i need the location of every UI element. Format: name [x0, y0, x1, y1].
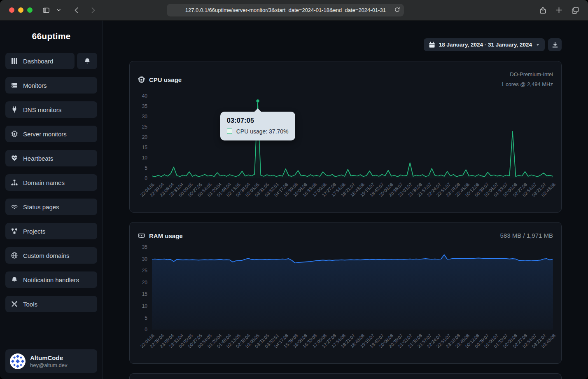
- plug-icon: [11, 106, 18, 113]
- sidebar-item-status-pages[interactable]: Status pages: [5, 199, 97, 215]
- user-name: AltumCode: [30, 354, 68, 361]
- wrench-icon: [11, 301, 18, 307]
- user-email: hey@altum.dev: [30, 362, 68, 368]
- sidebar-item-label: Heartbeats: [23, 155, 53, 162]
- minimize-window-button[interactable]: [18, 7, 23, 13]
- tooltip-notch: [254, 108, 261, 112]
- next-card-partial: [129, 373, 562, 379]
- sidebar-item-heartbeats[interactable]: Heartbeats: [5, 150, 97, 166]
- sidebar-item-custom-domains[interactable]: Custom domains: [5, 247, 97, 264]
- server-stack-icon: [11, 82, 18, 89]
- tab-overview-icon[interactable]: [572, 7, 579, 14]
- share-icon[interactable]: [539, 7, 546, 14]
- sidebar-item-label: Server monitors: [23, 131, 67, 138]
- back-button[interactable]: [73, 7, 80, 14]
- y-axis-tick: 30: [142, 256, 147, 262]
- chevron-down-icon[interactable]: [56, 8, 61, 12]
- share-nodes-icon: [11, 228, 18, 234]
- sidebar-item-projects[interactable]: Projects: [5, 223, 97, 239]
- globe-icon: [11, 252, 18, 259]
- sidebar-item-label: Tools: [23, 301, 37, 308]
- y-axis-tick: 0: [145, 175, 147, 181]
- y-axis-tick: 10: [142, 155, 147, 161]
- y-axis: 05101520253035: [138, 247, 152, 330]
- sidebar-toggle-icon[interactable]: [42, 7, 50, 14]
- toolbar: 18 January, 2024 - 31 January, 2024: [129, 38, 562, 51]
- sidebar-item-label: Monitors: [23, 82, 47, 89]
- user-card[interactable]: AltumCode hey@altum.dev: [5, 349, 97, 373]
- ram-usage-card: RAM usage 583 MB / 1,971 MB 051015202530…: [129, 222, 562, 364]
- bell-icon: [84, 58, 91, 64]
- sidebar-item-label: DNS monitors: [23, 106, 61, 113]
- cpu-icon: [138, 76, 145, 83]
- chart-point-marker: [256, 99, 259, 103]
- server-specs: 1 cores @ 2,494 MHz: [501, 80, 553, 89]
- y-axis-tick: 5: [145, 165, 147, 171]
- main-content: 18 January, 2024 - 31 January, 2024: [103, 21, 588, 379]
- sidebar-item-tools[interactable]: Tools: [5, 296, 97, 312]
- browser-chrome: 127.0.0.1/66uptime/server-monitor/3&star…: [0, 0, 588, 21]
- sidebar-item-monitors[interactable]: Monitors: [5, 77, 97, 94]
- sidebar-item-domain-names[interactable]: Domain names: [5, 174, 97, 191]
- chart-tooltip: 03:07:05 CPU usage: 37.70%: [220, 112, 295, 140]
- y-axis-tick: 25: [142, 124, 147, 130]
- sidebar-item-label: Custom domains: [23, 252, 70, 259]
- url-text: 127.0.0.1/66uptime/server-monitor/3&star…: [185, 7, 386, 13]
- y-axis: 0510152025303540: [138, 96, 152, 178]
- server-name: DO-Premium-Intel: [501, 70, 553, 80]
- memory-icon: [138, 232, 145, 239]
- legend-marker: [227, 129, 232, 134]
- y-axis-tick: 20: [142, 134, 147, 140]
- tooltip-time: 03:07:05: [227, 117, 289, 124]
- sidebar-item-dns-monitors[interactable]: DNS monitors: [5, 101, 97, 118]
- y-axis-tick: 15: [142, 145, 147, 150]
- sidebar-item-label: Status pages: [23, 204, 59, 211]
- download-icon: [552, 42, 558, 48]
- sidebar-item-notification-handlers[interactable]: Notification handlers: [5, 271, 97, 288]
- y-axis-tick: 15: [142, 291, 147, 297]
- cpu-usage-card: CPU usage DO-Premium-Intel 1 cores @ 2,4…: [129, 61, 562, 213]
- app-window: 127.0.0.1/66uptime/server-monitor/3&star…: [0, 0, 588, 379]
- sidebar-item-label: Notification handlers: [23, 276, 79, 283]
- sitemap-icon: [11, 179, 18, 186]
- chart-plot-area[interactable]: [152, 247, 553, 330]
- x-axis: 22:04:5622:39:0423:06:0423:33:0400:00:05…: [152, 178, 553, 207]
- date-range-picker[interactable]: 18 January, 2024 - 31 January, 2024: [424, 38, 545, 51]
- sidebar-item-dashboard[interactable]: Dashboard: [5, 53, 75, 69]
- zoom-window-button[interactable]: [27, 7, 33, 13]
- notifications-button[interactable]: [77, 53, 97, 69]
- window-controls: [9, 7, 33, 13]
- chart-plot-area[interactable]: 03:07:05 CPU usage: 37.70%: [152, 96, 553, 178]
- address-bar[interactable]: 127.0.0.1/66uptime/server-monitor/3&star…: [167, 4, 404, 16]
- y-axis-tick: 20: [142, 280, 147, 285]
- sidebar-nav: DashboardMonitorsDNS monitorsServer moni…: [5, 53, 97, 312]
- ram-usage-value: 583 MB / 1,971 MB: [500, 231, 553, 241]
- y-axis-tick: 10: [142, 303, 147, 309]
- close-window-button[interactable]: [9, 7, 14, 13]
- cpu-usage-chart[interactable]: 0510152025303540 03:07:05 CPU usage: 37.…: [138, 96, 553, 207]
- caret-down-icon: [536, 43, 540, 47]
- y-axis-tick: 35: [142, 103, 147, 109]
- ram-line-series: [152, 247, 553, 330]
- y-axis-tick: 25: [142, 268, 147, 274]
- sidebar-item-label: Domain names: [23, 179, 65, 186]
- forward-button[interactable]: [90, 7, 96, 14]
- y-axis-tick: 30: [142, 114, 147, 119]
- card-title: CPU usage: [149, 76, 182, 83]
- tooltip-value: CPU usage: 37.70%: [236, 128, 289, 135]
- y-axis-tick: 40: [142, 93, 147, 99]
- avatar: [10, 353, 26, 369]
- ram-usage-chart[interactable]: 05101520253035 22:04:5622:39:0423:06:042…: [138, 247, 553, 358]
- new-tab-icon[interactable]: [555, 7, 562, 14]
- y-axis-tick: 35: [142, 244, 147, 250]
- wifi-icon: [11, 204, 18, 210]
- date-range-label: 18 January, 2024 - 31 January, 2024: [439, 42, 532, 48]
- bell-icon: [11, 276, 18, 283]
- sidebar-item-label: Projects: [23, 228, 45, 235]
- download-button[interactable]: [548, 38, 562, 51]
- reload-icon[interactable]: [394, 7, 400, 14]
- brand-logo: 66uptime: [5, 21, 97, 41]
- grid-icon: [11, 58, 18, 64]
- cpu-icon: [11, 131, 18, 137]
- sidebar-item-server-monitors[interactable]: Server monitors: [5, 126, 97, 142]
